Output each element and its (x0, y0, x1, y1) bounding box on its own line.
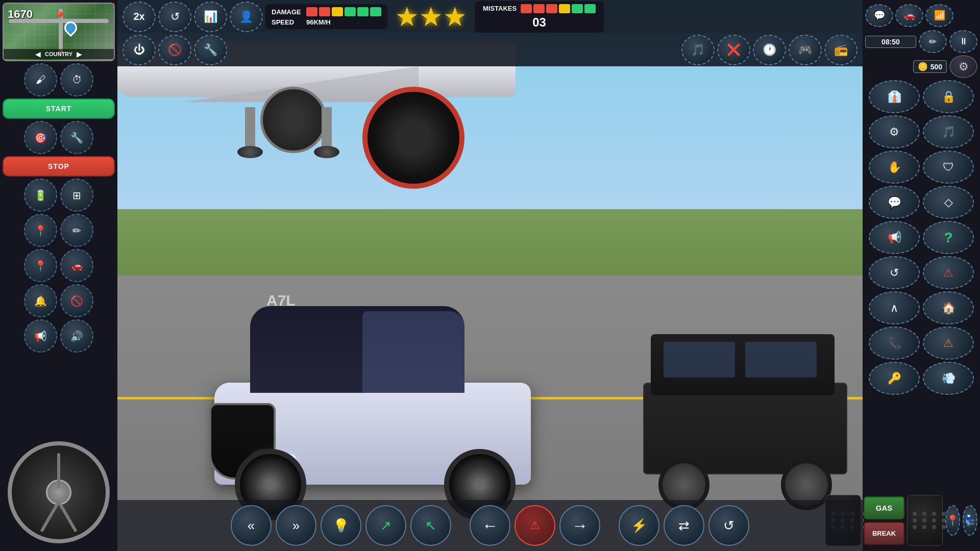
map-location-button[interactable]: 📍 (24, 249, 57, 282)
speed-value: 96KM/H (306, 18, 331, 26)
megaphone-button[interactable]: 📢 (869, 221, 920, 254)
volume-button[interactable]: 🔊 (60, 319, 93, 353)
headlight-button[interactable]: 💡 (321, 505, 361, 546)
frame-button[interactable]: ⊞ (60, 179, 93, 212)
right-chat-button[interactable]: 💬 (865, 4, 893, 27)
indicator-front-right-button[interactable]: ↗ (365, 505, 406, 546)
map-arrow-right[interactable]: ▶ (77, 50, 82, 58)
coins-display: 🪙 500 (913, 60, 947, 73)
right-car-button[interactable]: 🚗 (895, 4, 923, 27)
fan-button[interactable]: 💨 (923, 362, 974, 395)
turn-right-button[interactable]: → (559, 505, 600, 546)
damage-bars (306, 7, 381, 16)
stop-button[interactable]: STOP (3, 156, 115, 177)
pencil-button[interactable]: ✏ (60, 214, 93, 247)
speed-label: SPEED (272, 18, 302, 26)
electric-button[interactable]: ⚡ (619, 505, 659, 546)
cross-button[interactable]: ❌ (717, 35, 750, 65)
rotate-cam-button[interactable]: ↺ (708, 505, 749, 546)
map-number: 1670 (8, 8, 33, 21)
cancel-button[interactable]: 🚫 (158, 35, 191, 65)
steering-wheel[interactable] (8, 441, 110, 543)
music-icon-button[interactable]: 🎵 (923, 115, 974, 148)
shield-button[interactable]: 🛡 (923, 151, 974, 184)
paint-button[interactable]: 🖌 (24, 63, 57, 96)
mistakes-label: MISTAKES (483, 5, 517, 12)
coins-value: 500 (930, 63, 942, 71)
battery-button[interactable]: 🔋 (24, 179, 57, 212)
game-viewport: A7L (117, 0, 863, 551)
turn-left-button[interactable]: ← (470, 505, 510, 546)
home-button[interactable]: 🏠 (923, 291, 974, 324)
right-wifi-button[interactable]: 📶 (925, 4, 953, 27)
damage-label: DAMAGE (272, 8, 302, 16)
seat-button[interactable]: 💺 (963, 505, 977, 536)
star-1: ★ (395, 4, 419, 30)
clock-button[interactable]: 🕐 (753, 35, 786, 65)
erase-button[interactable]: ◇ (923, 186, 974, 219)
star-3: ★ (443, 4, 467, 30)
radio-button[interactable]: 📻 (824, 35, 857, 65)
fast-forward-button[interactable]: » (276, 505, 316, 546)
no-entry-button[interactable]: 🚫 (60, 284, 93, 317)
gas-button[interactable]: GAS (864, 496, 904, 519)
break-button[interactable]: BREAK (864, 522, 904, 545)
right-panel: 💬 🚗 📶 08:50 ✏ ⏸ 🪙 500 ⚙ 👔 🔒 ⚙ 🎵 ✋ 🛡 💬 ◇ (863, 0, 980, 551)
refresh2-button[interactable]: ↺ (869, 256, 920, 289)
engine-button[interactable]: ⚙ (869, 115, 920, 148)
rotate-button[interactable]: ↺ (158, 2, 191, 32)
chart-button[interactable]: 📊 (194, 2, 227, 32)
speaker-button[interactable]: 📢 (24, 319, 57, 353)
wrench-button[interactable]: 🔧 (194, 35, 227, 65)
left-panel: 1670 📍 ◀ COUNTRY ▶ 🖌 ⏱ START 🎯 🔧 STOP 🔋 (0, 0, 117, 551)
speedometer-button[interactable]: ⏱ (60, 63, 93, 96)
phone-button[interactable]: 📞 (869, 327, 920, 360)
steering-button[interactable]: 🎮 (789, 35, 822, 65)
rewind-button[interactable]: « (231, 505, 272, 546)
mistakes-bars (521, 4, 596, 13)
question-button[interactable]: ? (923, 221, 974, 254)
pause-button-right[interactable]: ⏸ (949, 30, 977, 53)
settings-button-right[interactable]: ⚙ (949, 55, 977, 78)
lock-button[interactable]: 🔒 (923, 80, 974, 113)
map-label: COUNTRY (45, 51, 72, 57)
music-button[interactable]: 🎵 (681, 35, 715, 65)
hand-button[interactable]: ✋ (869, 151, 920, 184)
power-button[interactable]: ⏻ (122, 35, 156, 65)
star-2: ★ (419, 4, 443, 30)
start-button[interactable]: START (3, 98, 115, 119)
multiplier-button[interactable]: 2x (122, 2, 156, 32)
profile-icon-button[interactable]: 👔 (869, 80, 920, 113)
speech-button[interactable]: 💬 (869, 186, 920, 219)
map-arrow-left[interactable]: ◀ (35, 50, 41, 58)
edit-button-right[interactable]: ✏ (919, 30, 947, 53)
top-bar: 2x ↺ 📊 👤 DAMAGE SPEED 96KM/H (117, 0, 863, 66)
bottom-panel: « » 💡 ↗ ↖ ← ⚠ → ⚡ ⇄ ↺ (117, 500, 863, 551)
key-button[interactable]: 🔑 (869, 362, 920, 395)
alert-orange-button[interactable]: ⚠ (923, 327, 974, 360)
stars-container: ★ ★ ★ (390, 4, 472, 30)
warning-button[interactable]: ⚠ (923, 256, 974, 289)
map-pin-icon: 📍 (53, 11, 67, 24)
right-pin-button[interactable]: 📍 (945, 505, 960, 536)
up-arrow-button[interactable]: ∧ (869, 291, 920, 324)
gas-pedal-dots (907, 495, 943, 546)
indicator-front-left-button[interactable]: ↖ (410, 505, 451, 546)
coin-icon: 🪙 (918, 62, 928, 71)
profile-button[interactable]: 👤 (230, 2, 263, 32)
multiplier-value: 2x (133, 11, 144, 22)
pin-button[interactable]: 📍 (24, 214, 57, 247)
mistakes-value: 03 (532, 15, 546, 30)
bell-button[interactable]: 🔔 (24, 284, 57, 317)
hazard-button[interactable]: ⚠ (514, 505, 555, 546)
location-button[interactable]: 🎯 (24, 121, 57, 154)
exchange-button[interactable]: ⇄ (664, 505, 704, 546)
mini-map: 1670 📍 ◀ COUNTRY ▶ (3, 3, 115, 61)
time-display: 08:50 (865, 36, 916, 48)
car-alert-button[interactable]: 🚗3 (60, 249, 93, 282)
tool-button[interactable]: 🔧 (60, 121, 93, 154)
